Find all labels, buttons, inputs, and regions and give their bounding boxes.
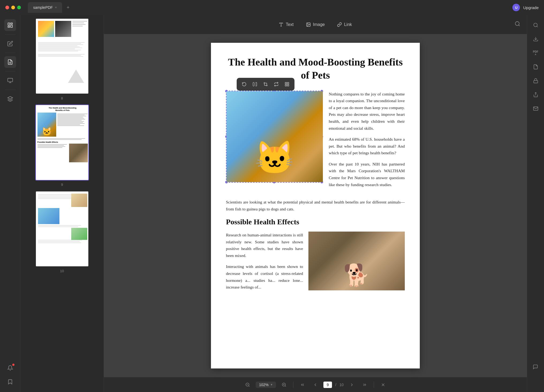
svg-line-31 xyxy=(537,26,538,27)
right-comment-button[interactable] xyxy=(530,361,541,373)
zoom-in-button[interactable] xyxy=(279,380,289,390)
sidebar-icon-annotate[interactable] xyxy=(4,56,16,68)
total-pages: 10 xyxy=(339,383,344,387)
selected-image-wrapper[interactable] xyxy=(226,91,322,183)
page-scroll[interactable]: The Health and Mood-Boosting Benefits of… xyxy=(104,34,527,377)
new-tab-button[interactable]: + xyxy=(64,4,72,11)
prev-page-button[interactable] xyxy=(311,380,320,390)
caption-text: Scientists are looking at what the poten… xyxy=(226,199,405,212)
left-sidebar xyxy=(0,15,20,392)
right-save-button[interactable] xyxy=(530,33,542,45)
right-share-button[interactable] xyxy=(530,89,542,101)
titlebar-right: U Upgrade xyxy=(512,4,539,11)
thumbnail-item-8: 8 xyxy=(24,18,100,100)
thumbnail-page-8[interactable] xyxy=(35,18,89,94)
thumb9-section: Possible Health Effects xyxy=(37,140,88,144)
svg-rect-3 xyxy=(8,26,9,28)
notification-badge xyxy=(12,364,14,366)
titlebar-left: samplePDF × + xyxy=(5,2,72,13)
sidebar-icon-bookmark[interactable] xyxy=(4,376,16,388)
link-tool-button[interactable]: Link xyxy=(332,20,357,29)
top-toolbar: Text Image Link xyxy=(104,15,527,34)
svg-point-13 xyxy=(307,24,308,24)
sidebar-icon-notification[interactable] xyxy=(4,362,16,374)
svg-rect-20 xyxy=(285,84,286,86)
svg-rect-17 xyxy=(285,82,286,84)
titlebar: samplePDF × + U Upgrade xyxy=(0,0,544,15)
user-avatar[interactable]: U xyxy=(512,4,520,11)
link-tool-label: Link xyxy=(344,22,352,27)
bottom-bar: 102% ▼ 9 / 10 xyxy=(104,377,527,392)
first-page-button[interactable] xyxy=(298,380,307,390)
thumbnail-page-10[interactable] xyxy=(35,191,89,267)
image-icon xyxy=(306,22,311,27)
thumb9-title: The Health and Mood-BoostingBenefits of … xyxy=(36,105,89,113)
svg-rect-1 xyxy=(10,23,12,24)
tab-close-button[interactable]: × xyxy=(55,6,57,9)
current-page-input[interactable]: 9 xyxy=(323,382,332,388)
right-file-button[interactable] xyxy=(530,61,542,73)
thumbnail-panel[interactable]: 8 The Health and Mood-BoostingBenefits o… xyxy=(20,15,104,392)
right-email-button[interactable] xyxy=(530,103,542,114)
tab-title: samplePDF xyxy=(33,5,53,10)
thumbnail-number-8: 8 xyxy=(61,96,63,100)
pdf-a-sub: A xyxy=(535,53,537,56)
text-tool-button[interactable]: Text xyxy=(274,20,299,29)
upgrade-button[interactable]: Upgrade xyxy=(523,5,539,10)
crop-button[interactable] xyxy=(261,79,270,89)
image-tool-button[interactable]: Image xyxy=(301,20,330,29)
close-bottom-button[interactable] xyxy=(378,380,388,390)
sidebar-icon-layers[interactable] xyxy=(4,93,16,105)
svg-marker-9 xyxy=(7,97,12,99)
right-search-button[interactable] xyxy=(530,19,542,31)
main-layout: 8 The Health and Mood-BoostingBenefits o… xyxy=(0,15,544,392)
text-tool-label: Text xyxy=(286,22,293,27)
sidebar-divider-1 xyxy=(5,34,16,34)
maximize-traffic-light[interactable] xyxy=(17,6,21,9)
minimize-traffic-light[interactable] xyxy=(11,6,15,9)
svg-point-14 xyxy=(515,22,519,26)
sidebar-divider-2 xyxy=(5,53,16,53)
rotate-left-button[interactable] xyxy=(239,79,249,89)
svg-line-25 xyxy=(285,386,286,386)
last-page-button[interactable] xyxy=(360,380,369,390)
health-effects-section: Research on human-animal interactions is… xyxy=(226,232,405,295)
zoom-level: 102% xyxy=(259,383,269,387)
traffic-lights xyxy=(5,6,21,9)
svg-rect-18 xyxy=(288,82,289,84)
pdf-page: The Health and Mood-Boosting Benefits of… xyxy=(211,43,420,368)
image-tool-label: Image xyxy=(313,22,325,27)
right-lock-button[interactable] xyxy=(530,75,542,87)
sidebar-icon-edit[interactable] xyxy=(4,38,16,49)
svg-point-30 xyxy=(534,23,537,27)
sidebar-bottom xyxy=(4,362,16,388)
bottom-divider-2 xyxy=(374,382,374,388)
sidebar-divider-4 xyxy=(5,90,16,90)
zoom-display[interactable]: 102% ▼ xyxy=(256,382,276,388)
sidebar-icon-panels[interactable] xyxy=(4,19,16,31)
body-text-1: Nothing compares to the joy of coming ho… xyxy=(329,91,405,188)
content-area: Text Image Link xyxy=(104,15,527,392)
next-page-button[interactable] xyxy=(347,380,357,390)
svg-rect-6 xyxy=(7,78,12,82)
sidebar-divider-3 xyxy=(5,71,16,71)
search-button[interactable] xyxy=(515,21,520,28)
right-pdf-export-button[interactable]: PDF A xyxy=(530,47,542,59)
image-selection-container: Nothing compares to the joy of coming ho… xyxy=(226,91,405,192)
zoom-out-button[interactable] xyxy=(243,380,252,390)
more-options-button[interactable] xyxy=(282,79,292,89)
page-separator: / xyxy=(335,383,336,387)
thumbnail-page-9[interactable]: The Health and Mood-BoostingBenefits of … xyxy=(35,105,89,180)
image-selection-border xyxy=(226,91,322,183)
active-tab[interactable]: samplePDF × xyxy=(28,2,62,13)
tab-area: samplePDF × + xyxy=(28,2,72,13)
dog-image xyxy=(308,232,405,290)
section-heading: Possible Health Effects xyxy=(226,218,405,226)
close-traffic-light[interactable] xyxy=(5,6,9,9)
bottom-divider-1 xyxy=(293,382,293,388)
sidebar-icon-organize[interactable] xyxy=(4,75,16,86)
replace-button[interactable] xyxy=(271,79,281,89)
flip-button[interactable] xyxy=(250,79,260,89)
svg-rect-33 xyxy=(534,80,538,83)
text-beside-image: Nothing compares to the joy of coming ho… xyxy=(329,91,405,192)
